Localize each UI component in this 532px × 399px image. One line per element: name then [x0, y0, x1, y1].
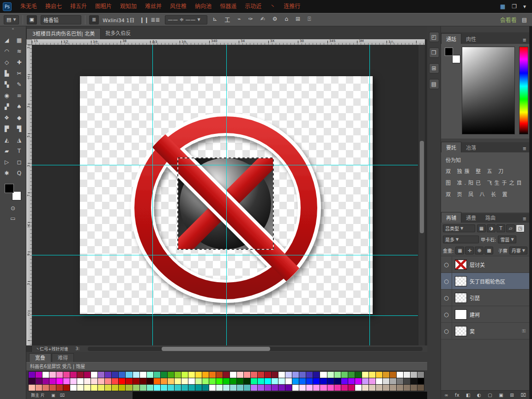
tool-button[interactable]: ◇ — [1, 57, 12, 67]
swatch[interactable] — [306, 385, 313, 391]
menu-item[interactable]: 图粗片 — [91, 0, 116, 13]
filter-icon[interactable]: ◳ — [516, 224, 525, 232]
swatch[interactable] — [98, 372, 104, 378]
opacity-dropdown[interactable]: 雪噐▼ — [498, 236, 516, 243]
lock-icon[interactable]: ▩ — [484, 247, 493, 254]
tab-color-panel[interactable]: 通話 — [441, 33, 461, 44]
swatch[interactable] — [126, 385, 132, 391]
swatch[interactable] — [36, 378, 42, 384]
swatch[interactable] — [209, 378, 216, 384]
layer-row[interactable]: ○奜⚿ — [441, 323, 529, 339]
filter-icon[interactable]: ▦ — [477, 224, 486, 232]
swatch[interactable] — [188, 378, 195, 384]
layers-action-icon[interactable]: ∞ — [444, 393, 448, 398]
blend-mode-dropdown[interactable]: 是多▼ — [443, 236, 479, 243]
swatch[interactable] — [119, 372, 125, 378]
swatch[interactable] — [181, 378, 188, 384]
swatch[interactable] — [265, 372, 271, 378]
swatch[interactable] — [84, 378, 91, 384]
canvas-viewport[interactable] — [32, 45, 418, 345]
swatch[interactable] — [154, 385, 160, 391]
layer-row[interactable]: ○引琵 — [441, 290, 529, 306]
swatch[interactable] — [42, 385, 49, 391]
swatch[interactable] — [77, 385, 84, 391]
swatch[interactable] — [216, 372, 223, 378]
tab-layers[interactable]: 再辅 — [441, 212, 461, 223]
option-icon[interactable]: ✍ — [259, 16, 266, 24]
swatch[interactable] — [188, 372, 195, 378]
swatch[interactable] — [202, 378, 209, 384]
swatch[interactable] — [70, 385, 77, 391]
swatch[interactable] — [175, 378, 181, 384]
swatch[interactable] — [77, 372, 84, 378]
swatch[interactable] — [327, 372, 334, 378]
menu-item[interactable]: 风住椎 — [166, 0, 191, 13]
swatch[interactable] — [147, 385, 153, 391]
swatch[interactable] — [258, 378, 264, 384]
swatch[interactable] — [147, 372, 153, 378]
swatch[interactable] — [306, 378, 313, 384]
swatch[interactable] — [369, 385, 375, 391]
swatch[interactable] — [383, 385, 389, 391]
swatch[interactable] — [126, 378, 132, 384]
swatch[interactable] — [42, 372, 49, 378]
menu-item[interactable]: 换启七 — [41, 0, 66, 13]
guide-vertical[interactable] — [369, 45, 370, 345]
lock-icon[interactable]: ✛ — [465, 247, 474, 254]
option-icon[interactable]: ⌁ — [236, 16, 242, 24]
swatch[interactable] — [299, 378, 306, 384]
horizontal-ruler[interactable]: 153之3七38永33九340343X303453M3八 — [32, 39, 425, 45]
tool-option-field[interactable]: 格香铅 — [41, 15, 81, 24]
filter-icon[interactable]: T — [496, 224, 505, 232]
swatch[interactable] — [112, 385, 118, 391]
swatch[interactable] — [63, 378, 70, 384]
option-icon[interactable]: ⍐ — [306, 16, 312, 24]
fill-dropdown[interactable]: 丹寨▼ — [509, 247, 527, 254]
swatch[interactable] — [29, 378, 35, 384]
tool-button[interactable]: ▙ — [1, 68, 12, 79]
swatch[interactable] — [133, 385, 139, 391]
swatch[interactable] — [56, 378, 63, 384]
swatch[interactable] — [334, 385, 341, 391]
swatch[interactable] — [292, 378, 299, 384]
vertical-ruler[interactable]: 3土3537天93之 — [26, 45, 32, 345]
guide-vertical[interactable] — [152, 45, 153, 345]
swatch[interactable] — [348, 372, 355, 378]
swatch[interactable] — [202, 385, 209, 391]
swatch[interactable] — [49, 372, 56, 378]
swatch[interactable] — [105, 372, 111, 378]
tool-button[interactable]: ✚ — [14, 57, 25, 67]
swatch[interactable] — [369, 372, 375, 378]
swatch[interactable] — [313, 378, 320, 384]
hue-slider[interactable] — [519, 47, 528, 134]
swatch[interactable] — [84, 385, 91, 391]
swatch[interactable] — [376, 372, 382, 378]
swatch[interactable] — [112, 372, 118, 378]
swatch[interactable] — [230, 372, 236, 378]
layers-action-icon[interactable]: ▢ — [488, 393, 492, 398]
swatch[interactable] — [244, 378, 250, 384]
swatch[interactable] — [244, 372, 250, 378]
workspace-button[interactable]: 会看看 — [500, 16, 517, 24]
tool-button[interactable]: ▰ — [1, 145, 12, 156]
vertical-scrollbar-thumb[interactable] — [420, 141, 424, 233]
background-color-swatch[interactable] — [452, 55, 460, 63]
swatch[interactable] — [195, 372, 202, 378]
swatch[interactable] — [292, 372, 299, 378]
swatch[interactable] — [49, 378, 56, 384]
swatch[interactable] — [49, 385, 56, 391]
option-icon[interactable]: ⊞ — [294, 16, 302, 24]
tool-button[interactable]: ▛ — [1, 123, 12, 134]
swatch[interactable] — [285, 385, 292, 391]
menu-item[interactable]: 观知加 — [116, 0, 141, 13]
swatch[interactable] — [320, 385, 326, 391]
swatch[interactable] — [397, 378, 403, 384]
swatch[interactable] — [383, 378, 389, 384]
tab-channels[interactable]: 通豊 — [461, 212, 481, 223]
swatch[interactable] — [112, 378, 118, 384]
tab-adjustments[interactable]: 要託 — [441, 142, 461, 152]
swatch[interactable] — [251, 372, 257, 378]
swatch[interactable] — [285, 378, 292, 384]
swatch[interactable] — [348, 385, 355, 391]
swatch[interactable] — [355, 372, 362, 378]
